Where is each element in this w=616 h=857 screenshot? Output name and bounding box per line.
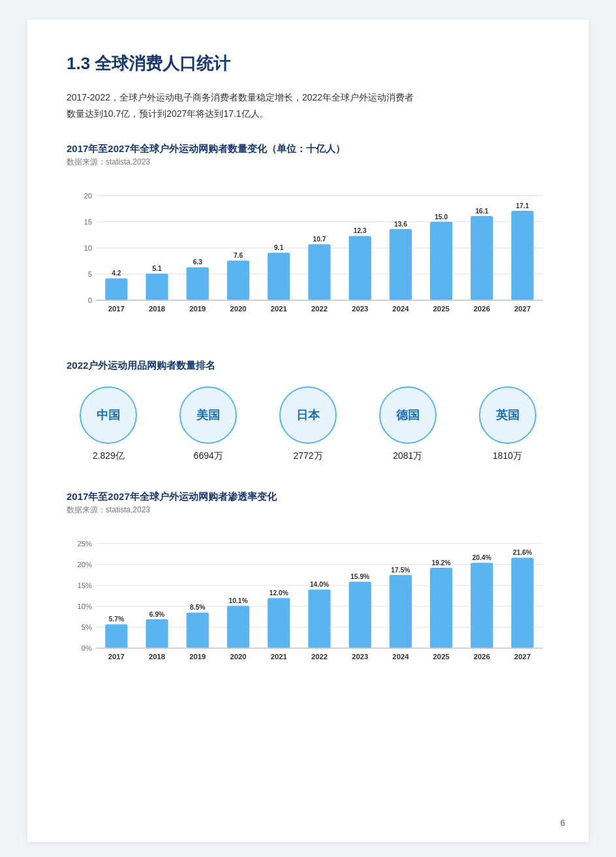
svg-text:2023: 2023	[352, 305, 368, 313]
chart3-wrap: 0%5%10%15%20%25%5.7%20176.9%20188.5%2019…	[67, 525, 549, 681]
chart1-wrap: 051015204.220175.120186.320197.620209.12…	[67, 177, 549, 334]
svg-rect-28	[349, 236, 371, 301]
svg-text:6.3: 6.3	[193, 259, 203, 266]
svg-rect-86	[511, 558, 533, 649]
chart1-title: 2017年至2027年全球户外运动网购者数量变化（单位：十亿人）	[67, 143, 549, 155]
chart3-svg: 0%5%10%15%20%25%5.7%20176.9%20188.5%2019…	[67, 525, 549, 672]
chart3-title: 2017年至2027年全球户外运动网购者渗透率变化	[67, 491, 549, 503]
bubble-value: 2.829亿	[93, 450, 125, 462]
svg-text:20%: 20%	[77, 561, 92, 569]
svg-text:2026: 2026	[474, 305, 490, 313]
svg-text:19.2%: 19.2%	[432, 559, 451, 567]
svg-text:15%: 15%	[77, 582, 92, 590]
svg-text:2022: 2022	[311, 305, 328, 313]
svg-rect-34	[430, 222, 452, 300]
bubble-circle: 德国	[379, 386, 437, 444]
bubble-circle: 中国	[80, 386, 137, 444]
bubble-circle: 英国	[479, 386, 536, 444]
svg-text:2027: 2027	[514, 653, 531, 661]
page-container: 1.3 全球消费人口统计 2017-2022，全球户外运动电子商务消费者数量稳定…	[27, 20, 589, 842]
svg-rect-31	[390, 229, 412, 300]
svg-text:2024: 2024	[392, 305, 409, 313]
svg-text:6.9%: 6.9%	[149, 611, 164, 618]
svg-text:5.1: 5.1	[152, 265, 162, 272]
svg-text:20.4%: 20.4%	[472, 555, 491, 562]
svg-rect-62	[187, 613, 209, 649]
svg-text:4.2: 4.2	[112, 270, 121, 277]
svg-rect-25	[308, 245, 330, 301]
svg-text:9.1: 9.1	[274, 244, 284, 251]
svg-text:2020: 2020	[230, 305, 246, 313]
chart3-block: 2017年至2027年全球户外运动网购者渗透率变化 数据来源：statista,…	[67, 491, 549, 681]
chart1-svg: 051015204.220175.120186.320197.620209.12…	[67, 177, 549, 324]
svg-rect-22	[268, 253, 290, 301]
svg-text:17.1: 17.1	[516, 202, 529, 210]
chart2-title: 2022户外运动用品网购者数量排名	[67, 360, 549, 372]
chart1-source: 数据来源：statista,2023	[67, 157, 549, 168]
svg-text:5.7%: 5.7%	[109, 616, 124, 623]
bubble-value: 2081万	[393, 450, 422, 462]
svg-rect-10	[105, 279, 127, 301]
svg-rect-65	[227, 606, 249, 649]
chart3-source: 数据来源：statista,2023	[67, 505, 549, 516]
svg-rect-80	[430, 568, 452, 648]
svg-text:8.5%: 8.5%	[190, 604, 205, 612]
svg-text:15.0: 15.0	[435, 213, 448, 221]
svg-rect-83	[470, 563, 493, 649]
bubble-circle: 美国	[179, 386, 237, 444]
svg-rect-74	[349, 582, 371, 649]
bubble-row: 中国2.829亿美国6694万日本2772万德国2081万英国1810万	[67, 386, 549, 462]
svg-text:2017: 2017	[108, 653, 125, 661]
svg-text:2021: 2021	[271, 305, 287, 313]
bubble-item: 英国1810万	[465, 386, 549, 462]
svg-rect-56	[105, 625, 127, 649]
bubble-item: 日本2772万	[266, 386, 350, 462]
svg-text:25%: 25%	[77, 540, 92, 548]
svg-rect-77	[390, 575, 412, 648]
bubble-value: 1810万	[493, 450, 522, 462]
svg-text:10.7: 10.7	[313, 236, 326, 243]
chart1-block: 2017年至2027年全球户外运动网购者数量变化（单位：十亿人） 数据来源：st…	[67, 143, 549, 334]
svg-text:2027: 2027	[514, 305, 531, 313]
svg-rect-13	[146, 274, 168, 301]
svg-text:0: 0	[88, 297, 92, 305]
svg-rect-19	[227, 261, 249, 301]
svg-text:2019: 2019	[189, 305, 206, 313]
svg-text:2025: 2025	[433, 305, 450, 313]
page-number: 6	[561, 818, 565, 828]
section-desc: 2017-2022，全球户外运动电子商务消费者数量稳定增长，2022年全球户外运…	[67, 89, 549, 122]
svg-text:5%: 5%	[82, 624, 92, 632]
svg-text:10%: 10%	[77, 603, 92, 611]
svg-text:2018: 2018	[149, 305, 165, 313]
section-title: 1.3 全球消费人口统计	[67, 52, 549, 75]
svg-text:2017: 2017	[108, 305, 125, 313]
svg-text:7.6: 7.6	[234, 252, 243, 259]
svg-text:15: 15	[84, 218, 92, 226]
svg-text:10.1%: 10.1%	[228, 598, 247, 605]
svg-rect-16	[187, 268, 209, 301]
svg-text:2025: 2025	[433, 653, 450, 661]
svg-text:17.5%: 17.5%	[391, 567, 410, 574]
svg-rect-37	[470, 216, 493, 300]
svg-text:2024: 2024	[392, 653, 409, 661]
svg-rect-40	[511, 211, 533, 300]
svg-text:16.1: 16.1	[475, 208, 488, 215]
svg-text:12.3: 12.3	[354, 228, 367, 235]
svg-rect-59	[146, 619, 168, 648]
bubble-item: 中国2.829亿	[67, 386, 151, 462]
bubble-value: 2772万	[293, 450, 322, 462]
svg-text:2019: 2019	[189, 653, 206, 661]
chart2-block: 2022户外运动用品网购者数量排名 中国2.829亿美国6694万日本2772万…	[67, 360, 549, 462]
svg-text:2022: 2022	[311, 653, 328, 661]
svg-text:15.9%: 15.9%	[350, 574, 369, 581]
svg-text:12.0%: 12.0%	[270, 590, 288, 597]
svg-rect-71	[308, 590, 330, 649]
svg-text:2026: 2026	[474, 653, 490, 661]
svg-text:10: 10	[84, 244, 92, 252]
svg-text:21.6%: 21.6%	[513, 550, 532, 557]
svg-text:2018: 2018	[149, 653, 165, 661]
bubble-item: 美国6694万	[166, 386, 251, 462]
svg-text:2020: 2020	[230, 653, 246, 661]
svg-text:5: 5	[88, 271, 92, 279]
svg-text:0%: 0%	[82, 645, 92, 653]
